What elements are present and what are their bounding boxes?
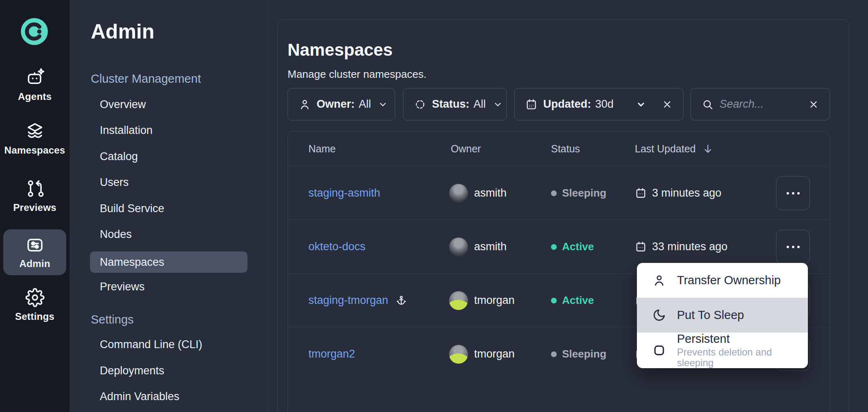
sidebar-item-label: Settings bbox=[15, 311, 54, 322]
updated-filter-dropdown[interactable]: Updated: 30d bbox=[514, 88, 684, 120]
status-badge: Active bbox=[562, 240, 594, 253]
menu-item-sublabel: Prevents deletion and sleeping bbox=[677, 347, 796, 368]
namespace-link[interactable]: staging-asmith bbox=[308, 187, 380, 199]
owner-avatar bbox=[449, 345, 468, 364]
dashed-circle-icon bbox=[414, 98, 426, 111]
subnav-item-users[interactable]: Users bbox=[100, 176, 129, 189]
rounded-square-icon bbox=[652, 344, 666, 357]
subnav-item-nodes[interactable]: Nodes bbox=[100, 228, 132, 241]
column-header-last-updated[interactable]: Last Updated bbox=[635, 132, 713, 166]
anchor-icon bbox=[396, 295, 407, 306]
sidebar-item-agents[interactable]: Agents bbox=[0, 68, 70, 102]
subnav-item-catalog[interactable]: Catalog bbox=[100, 150, 138, 163]
status-dot bbox=[551, 190, 557, 196]
calendar-icon bbox=[635, 187, 647, 199]
okteto-logo[interactable] bbox=[21, 18, 48, 45]
owner-avatar bbox=[449, 238, 468, 256]
sidebar-item-previews[interactable]: Previews bbox=[0, 179, 70, 213]
subnav-item-previews[interactable]: Previews bbox=[100, 281, 145, 293]
search-box bbox=[690, 88, 830, 120]
filter-bar: Owner: All Status: All bbox=[278, 88, 849, 120]
sidebar-item-settings[interactable]: Settings bbox=[0, 288, 70, 322]
person-icon bbox=[299, 98, 311, 111]
status-badge: Active bbox=[562, 294, 594, 307]
menu-item-put-to-sleep[interactable]: Put To Sleep bbox=[637, 298, 808, 333]
clear-updated-filter-button[interactable] bbox=[662, 99, 672, 110]
subnav-item-installation[interactable]: Installation bbox=[100, 124, 153, 137]
close-icon bbox=[808, 99, 819, 110]
sliders-panel-icon bbox=[25, 235, 45, 255]
sidebar-item-label: Previews bbox=[13, 202, 56, 213]
section-header-settings: Settings bbox=[91, 313, 134, 326]
page-subtitle: Manage cluster namespaces. bbox=[288, 68, 427, 81]
pull-request-icon bbox=[25, 179, 45, 198]
status-dot bbox=[551, 351, 557, 357]
updated-filter-value: 30d bbox=[595, 98, 614, 111]
owner-filter-dropdown[interactable]: Owner: All bbox=[288, 88, 395, 120]
sort-descending-icon bbox=[702, 143, 713, 154]
chevron-down-icon bbox=[636, 99, 646, 110]
namespace-link[interactable]: staging-tmorgan bbox=[308, 294, 388, 307]
admin-sidebar: Admin Cluster Management Overview Instal… bbox=[70, 0, 268, 412]
sidebar-item-label: Agents bbox=[18, 91, 52, 102]
section-header-cluster-management: Cluster Management bbox=[91, 72, 201, 86]
chevron-down-icon bbox=[492, 99, 503, 110]
gear-icon bbox=[25, 288, 45, 307]
close-icon bbox=[662, 99, 672, 110]
person-icon bbox=[652, 274, 666, 287]
subnav-item-command-line-cli[interactable]: Command Line (CLI) bbox=[100, 338, 202, 351]
status-filter-label: Status: bbox=[432, 98, 470, 111]
status-badge: Sleeping bbox=[562, 187, 606, 199]
updated-filter-label: Updated: bbox=[543, 98, 591, 111]
clear-search-button[interactable] bbox=[808, 99, 819, 110]
status-dot bbox=[551, 244, 557, 250]
owner-name: asmith bbox=[474, 187, 507, 199]
robot-sparkle-icon bbox=[25, 68, 45, 87]
owner-filter-value: All bbox=[359, 98, 371, 111]
owner-filter-label: Owner: bbox=[317, 98, 355, 111]
subnav-item-deployments[interactable]: Deployments bbox=[100, 364, 164, 377]
menu-item-transfer-ownership[interactable]: Transfer Ownership bbox=[637, 263, 808, 298]
status-filter-dropdown[interactable]: Status: All bbox=[403, 88, 507, 120]
admin-sidebar-title: Admin bbox=[91, 20, 155, 43]
status-filter-value: All bbox=[474, 98, 486, 111]
sidebar-item-namespaces[interactable]: Namespaces bbox=[0, 122, 70, 156]
okteto-admin-screen: Agents Namespaces Previews bbox=[0, 0, 868, 412]
table-row: staging-asmith asmith Sleeping bbox=[288, 166, 830, 220]
menu-item-persistent[interactable]: Persistent Prevents deletion and sleepin… bbox=[637, 333, 808, 368]
table-header: Name Owner Status Last Updated bbox=[288, 132, 830, 166]
subnav-item-namespaces[interactable]: Namespaces bbox=[90, 251, 247, 273]
owner-avatar bbox=[449, 184, 468, 203]
subnav-item-build-service[interactable]: Build Service bbox=[100, 202, 164, 215]
subnav-item-overview[interactable]: Overview bbox=[100, 98, 146, 111]
row-actions-button[interactable] bbox=[776, 176, 810, 210]
context-menu: Transfer Ownership Put To Sleep Persiste… bbox=[637, 263, 808, 368]
owner-avatar bbox=[449, 291, 468, 310]
main-content: Namespaces Manage cluster namespaces. Ow… bbox=[268, 0, 868, 412]
subnav-item-admin-variables[interactable]: Admin Variables bbox=[100, 390, 180, 403]
last-updated-text: 33 minutes ago bbox=[652, 240, 728, 253]
namespace-link[interactable]: tmorgan2 bbox=[308, 348, 355, 360]
row-actions-button[interactable] bbox=[776, 230, 810, 264]
status-badge: Sleeping bbox=[562, 348, 606, 360]
sidebar-item-label: Namespaces bbox=[4, 145, 65, 156]
okteto-logo-icon bbox=[21, 18, 48, 45]
column-header-status[interactable]: Status bbox=[551, 132, 580, 166]
icon-sidebar: Agents Namespaces Previews bbox=[0, 0, 70, 412]
status-dot bbox=[551, 298, 557, 303]
column-header-name[interactable]: Name bbox=[308, 132, 336, 166]
owner-name: asmith bbox=[474, 240, 507, 253]
last-updated-text: 3 minutes ago bbox=[652, 187, 722, 199]
layers-icon bbox=[25, 122, 45, 141]
calendar-icon bbox=[525, 98, 537, 111]
namespace-link[interactable]: okteto-docs bbox=[308, 240, 366, 253]
chevron-down-icon bbox=[378, 99, 388, 110]
sidebar-item-label: Admin bbox=[19, 258, 50, 269]
moon-icon bbox=[652, 308, 666, 322]
search-icon bbox=[702, 98, 714, 111]
column-header-owner[interactable]: Owner bbox=[451, 132, 481, 166]
owner-name: tmorgan bbox=[474, 294, 515, 307]
search-input[interactable] bbox=[720, 98, 803, 111]
sidebar-item-admin[interactable]: Admin bbox=[3, 229, 66, 275]
page-title: Namespaces bbox=[288, 40, 393, 60]
